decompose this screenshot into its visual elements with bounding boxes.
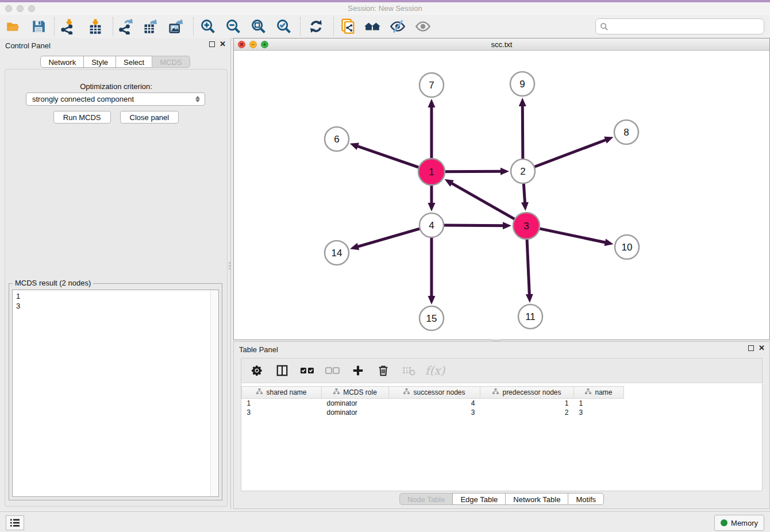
tab-network[interactable]: Network bbox=[40, 56, 84, 68]
table-cell[interactable]: 3 bbox=[574, 408, 624, 417]
add-column-icon[interactable] bbox=[349, 362, 367, 379]
edge-3-1[interactable] bbox=[451, 183, 516, 220]
column-label: shared name bbox=[266, 388, 306, 396]
run-mcds-button[interactable]: Run MCDS bbox=[53, 111, 111, 124]
table-cell[interactable]: dominator bbox=[322, 399, 389, 408]
hide-selected-icon[interactable] bbox=[389, 18, 406, 35]
export-network-icon[interactable] bbox=[118, 18, 135, 35]
import-table-icon[interactable] bbox=[87, 18, 104, 35]
table-cell[interactable]: 1 bbox=[574, 399, 624, 408]
column-label: successor nodes bbox=[413, 388, 465, 396]
float-panel-icon[interactable] bbox=[209, 41, 215, 47]
unselect-all-columns-icon[interactable] bbox=[324, 362, 341, 379]
toolbar-separator bbox=[333, 17, 334, 36]
column-header-shared-name[interactable]: shared name bbox=[242, 387, 322, 399]
table-cell[interactable]: 3 bbox=[389, 408, 480, 417]
edge-arrowhead bbox=[428, 99, 436, 107]
network-view-window: ✕ − + scc.txt 7968124314101511 bbox=[233, 38, 770, 340]
edge-3-11[interactable] bbox=[527, 238, 529, 296]
graph-node-label: 11 bbox=[525, 311, 536, 322]
table-cell[interactable]: 1 bbox=[480, 399, 574, 408]
first-neighbors-icon[interactable] bbox=[364, 18, 381, 35]
tab-edge-table[interactable]: Edge Table bbox=[452, 493, 506, 505]
graph-node-label: 9 bbox=[519, 79, 525, 90]
edge-1-6[interactable] bbox=[356, 146, 420, 168]
search-input[interactable] bbox=[609, 20, 764, 33]
edge-arrowhead bbox=[428, 296, 436, 304]
mcds-result-list[interactable]: 13 bbox=[12, 290, 219, 497]
graph-node-label: 7 bbox=[429, 80, 434, 91]
graph-node-label: 14 bbox=[332, 248, 342, 259]
tab-node-table[interactable]: Node Table bbox=[399, 493, 453, 505]
table-cell[interactable]: 2 bbox=[480, 408, 574, 417]
open-session-icon[interactable] bbox=[5, 18, 22, 35]
main-toolbar bbox=[0, 15, 770, 38]
column-header-name[interactable]: name bbox=[574, 387, 624, 399]
control-panel: Control Panel ✕ Network Style Select MCD… bbox=[0, 38, 231, 509]
table-cell[interactable]: dominator bbox=[322, 408, 389, 417]
zoom-selected-icon[interactable] bbox=[275, 18, 292, 35]
select-stepper-icon bbox=[193, 96, 202, 102]
network-list-button[interactable] bbox=[6, 515, 24, 530]
table-cell[interactable]: 1 bbox=[242, 399, 322, 408]
export-image-icon[interactable] bbox=[167, 18, 184, 35]
edge-4-3[interactable] bbox=[442, 225, 505, 226]
import-network-icon[interactable] bbox=[59, 18, 76, 35]
select-all-columns-icon[interactable] bbox=[299, 362, 316, 379]
edge-2-9[interactable] bbox=[522, 105, 523, 160]
tab-mcds[interactable]: MCDS bbox=[152, 56, 190, 68]
clone-network-icon[interactable] bbox=[340, 18, 357, 35]
search-field[interactable] bbox=[595, 18, 764, 34]
close-panel-icon[interactable]: ✕ bbox=[220, 41, 226, 48]
zoom-in-icon[interactable] bbox=[199, 18, 217, 35]
close-panel-icon[interactable]: ✕ bbox=[759, 345, 765, 352]
edge-2-3[interactable] bbox=[523, 182, 525, 204]
refresh-icon[interactable] bbox=[307, 18, 325, 35]
edge-arrowhead bbox=[350, 243, 359, 250]
table-panel: Table Panel ✕ bbox=[233, 341, 770, 509]
tab-style[interactable]: Style bbox=[83, 56, 116, 68]
mcds-result-title: MCDS result (2 nodes) bbox=[13, 279, 93, 287]
memory-button[interactable]: Memory bbox=[714, 515, 764, 531]
edge-2-8[interactable] bbox=[533, 140, 607, 168]
criterion-value: strongly connected component bbox=[26, 95, 193, 103]
mcds-result-groupbox: MCDS result (2 nodes) 13 bbox=[9, 283, 222, 500]
status-bar: Memory bbox=[0, 511, 770, 532]
optimization-criterion-label: Optimization criterion: bbox=[5, 82, 227, 91]
edge-arrowhead bbox=[428, 203, 436, 211]
column-header-predecessor-nodes[interactable]: predecessor nodes bbox=[480, 387, 574, 399]
column-header-successor-nodes[interactable]: successor nodes bbox=[389, 387, 480, 399]
criterion-select[interactable]: strongly connected component bbox=[26, 92, 205, 106]
table-cell[interactable]: 4 bbox=[389, 399, 480, 408]
graph-node-label: 3 bbox=[523, 221, 529, 232]
edge-3-10[interactable] bbox=[538, 228, 607, 242]
column-type-icon bbox=[492, 388, 499, 396]
save-session-icon[interactable] bbox=[30, 18, 47, 35]
tab-network-table[interactable]: Network Table bbox=[505, 493, 568, 505]
splitter-grip[interactable] bbox=[229, 262, 230, 269]
memory-status-icon bbox=[721, 519, 727, 526]
table-row[interactable]: 1dominator411 bbox=[242, 399, 624, 408]
close-panel-button[interactable]: Close panel bbox=[120, 111, 179, 124]
tab-motifs[interactable]: Motifs bbox=[568, 493, 604, 505]
edge-4-14[interactable] bbox=[357, 228, 421, 247]
network-graph: 7968124314101511 bbox=[234, 51, 769, 340]
delete-columns-icon[interactable] bbox=[375, 362, 392, 379]
show-all-icon[interactable] bbox=[414, 18, 432, 35]
column-header-MCDS-role[interactable]: MCDS role bbox=[322, 387, 389, 399]
export-table-icon[interactable] bbox=[142, 18, 159, 35]
zoom-fit-icon[interactable] bbox=[250, 18, 267, 35]
scrollbar-track[interactable] bbox=[210, 290, 218, 496]
float-panel-icon[interactable] bbox=[748, 345, 754, 351]
table-row[interactable]: 3dominator323 bbox=[242, 408, 624, 417]
show-columns-icon[interactable] bbox=[274, 362, 291, 379]
tab-select[interactable]: Select bbox=[116, 56, 152, 68]
column-type-icon bbox=[333, 388, 340, 396]
table-cell[interactable]: 3 bbox=[242, 408, 322, 417]
zoom-out-icon[interactable] bbox=[225, 18, 242, 35]
network-window-titlebar[interactable]: ✕ − + scc.txt bbox=[234, 38, 769, 51]
network-canvas[interactable]: 7968124314101511 bbox=[234, 51, 769, 340]
edge-1-2[interactable] bbox=[444, 171, 502, 172]
network-title: scc.txt bbox=[234, 40, 769, 49]
table-options-icon[interactable] bbox=[248, 362, 265, 379]
